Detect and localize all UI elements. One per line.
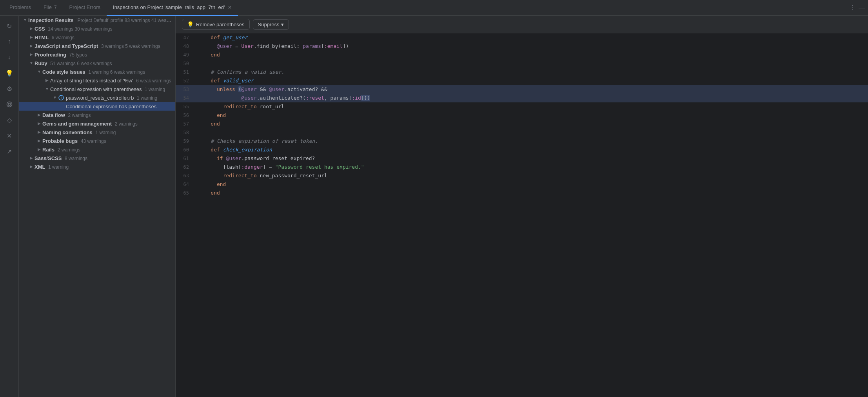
tab-file[interactable]: File 7 <box>37 0 63 16</box>
tree-arrow-probable-bugs: ▶ <box>36 138 42 144</box>
tree-item-xml[interactable]: ▶ XML 1 warning <box>19 162 175 171</box>
tree-item-rails[interactable]: ▶ Rails 2 warnings <box>19 145 175 154</box>
tree-root[interactable]: ▼ Inspection Results 'Project Default' p… <box>19 16 175 24</box>
tab-badge: 7 <box>54 5 57 10</box>
tree-item-ruby[interactable]: ▼ Ruby 51 warnings 6 weak warnings <box>19 59 175 67</box>
tab-actions: ⋮ — <box>849 4 865 11</box>
line-content: end <box>195 51 868 59</box>
array-string-label: Array of string literals instead of '%w'… <box>50 78 172 84</box>
tree-item-code-style[interactable]: ▼ Code style issues 1 warning 6 weak war… <box>19 67 175 76</box>
code-line: 59 # Checks expiration of reset token. <box>176 137 868 146</box>
line-number: 52 <box>176 76 195 85</box>
code-style-label: Code style issues 1 warning 6 weak warni… <box>42 69 172 75</box>
line-content: redirect_to root_url <box>195 102 868 111</box>
tree-item-password-file[interactable]: ▼ i password_resets_controller.rb 1 warn… <box>19 93 175 102</box>
gems-label: Gems and gem management 2 warnings <box>42 121 172 127</box>
ruby-label: Ruby 51 warnings 6 weak warnings <box>35 60 172 66</box>
code-line: 64 end <box>176 180 868 189</box>
more-icon[interactable]: ⋮ <box>849 4 855 11</box>
tree-item-gems[interactable]: ▶ Gems and gem management 2 warnings <box>19 119 175 128</box>
line-content: unless (@user && @user.activated? && <box>195 85 868 94</box>
tree-item-conditional[interactable]: ▼ Conditional expression with parenthese… <box>19 85 175 93</box>
close-panel-button[interactable]: ✕ <box>2 129 16 143</box>
tree-item-naming[interactable]: ▶ Naming conventions 1 warning <box>19 128 175 137</box>
line-content <box>195 59 868 68</box>
tree-item-cond-warning[interactable]: Conditional expression has parentheses <box>19 102 175 111</box>
line-number: 48 <box>176 42 195 51</box>
tree-arrow-sass: ▶ <box>28 155 35 161</box>
rails-label: Rails 2 warnings <box>42 147 172 153</box>
refresh-button[interactable]: ↻ <box>2 19 16 33</box>
xml-label: XML 1 warning <box>35 164 172 170</box>
tree-arrow-data-flow: ▶ <box>36 112 42 118</box>
tree-arrow-js: ▶ <box>28 43 35 49</box>
password-file-label: password_resets_controller.rb 1 warning <box>66 95 172 101</box>
code-line: 57 end <box>176 120 868 128</box>
tree-arrow-html: ▶ <box>28 34 35 40</box>
sass-label: Sass/SCSS 8 warnings <box>35 155 172 161</box>
code-line: 54 @user.authenticated?(:reset, params[:… <box>176 94 868 102</box>
fix-button[interactable]: 💡 Remove parentheses <box>182 19 250 30</box>
line-content <box>195 128 868 137</box>
tab-problems[interactable]: Problems <box>3 0 37 16</box>
close-tab-icon[interactable]: ✕ <box>228 5 232 10</box>
settings-button[interactable]: ⚙ <box>2 82 16 96</box>
tree-arrow-rails: ▶ <box>36 146 42 153</box>
tree-arrow-code-style: ▼ <box>36 69 42 75</box>
proofreading-label: Proofreading 75 typos <box>35 52 172 58</box>
code-line: 56 end <box>176 111 868 120</box>
code-line: 61 if @user.password_reset_expired? <box>176 154 868 163</box>
export-button[interactable]: ↗ <box>2 144 16 158</box>
code-line: 58 <box>176 128 868 137</box>
tree-item-html[interactable]: ▶ HTML 6 warnings <box>19 33 175 42</box>
line-number: 60 <box>176 146 195 154</box>
tree-panel: ▼ Inspection Results 'Project Default' p… <box>19 16 176 397</box>
line-number: 54 <box>176 94 195 102</box>
svg-point-1 <box>7 102 12 107</box>
tree-item-data-flow[interactable]: ▶ Data flow 2 warnings <box>19 111 175 119</box>
html-label: HTML 6 warnings <box>35 35 172 40</box>
tree-item-css[interactable]: ▶ CSS 14 warnings 30 weak warnings <box>19 24 175 33</box>
view-button[interactable] <box>2 97 16 111</box>
tab-label: Project Errors <box>69 4 100 10</box>
tree-item-sass[interactable]: ▶ Sass/SCSS 8 warnings <box>19 154 175 162</box>
svg-text:i: i <box>61 96 62 100</box>
sidebar-icons: ↻ ↑ ↓ 💡 ⚙ ◇ ✕ ↗ <box>0 16 19 397</box>
line-content: # Checks expiration of reset token. <box>195 137 868 146</box>
tab-inspections[interactable]: Inspections on Project 'sample_rails_app… <box>107 0 238 16</box>
suppress-button[interactable]: Suppress ▾ <box>253 19 289 30</box>
line-content: redirect_to new_password_reset_url <box>195 171 868 180</box>
line-number: 56 <box>176 111 195 120</box>
quick-fix-button[interactable]: 💡 <box>2 66 16 80</box>
tree-arrow-conditional: ▼ <box>44 86 50 92</box>
tree-item-probable-bugs[interactable]: ▶ Probable bugs 43 warnings <box>19 137 175 145</box>
line-number: 61 <box>176 154 195 163</box>
fix-label: Remove parentheses <box>196 22 245 27</box>
tree-item-js[interactable]: ▶ JavaScript and TypeScript 3 warnings 5… <box>19 42 175 50</box>
navigate-up-button[interactable]: ↑ <box>2 35 16 49</box>
navigate-down-button[interactable]: ↓ <box>2 50 16 64</box>
svg-point-0 <box>8 103 11 106</box>
minimize-icon[interactable]: — <box>859 4 865 11</box>
tab-label: Problems <box>9 4 31 10</box>
tree-arrow: ▼ <box>22 17 28 23</box>
tree-item-array-string[interactable]: ▶ Array of string literals instead of '%… <box>19 76 175 85</box>
tab-bar: Problems File 7 Project Errors Inspectio… <box>0 0 868 16</box>
naming-label: Naming conventions 1 warning <box>42 129 172 135</box>
code-line: 52 def valid_user <box>176 76 868 85</box>
code-view[interactable]: 47 def get_user48 @user = User.find_by(e… <box>176 33 868 397</box>
code-toolbar: 💡 Remove parentheses Suppress ▾ <box>176 16 868 33</box>
tab-label: Inspections on Project 'sample_rails_app… <box>113 4 225 10</box>
code-line: 55 redirect_to root_url <box>176 102 868 111</box>
line-number: 53 <box>176 85 195 94</box>
line-content: # Confirms a valid user. <box>195 68 868 76</box>
line-number: 50 <box>176 59 195 68</box>
code-line: 62 flash[:danger] = "Password reset has … <box>176 163 868 171</box>
diff-button[interactable]: ◇ <box>2 113 16 127</box>
suppress-label: Suppress <box>258 22 280 27</box>
tab-project-errors[interactable]: Project Errors <box>63 0 107 16</box>
tree-item-proofreading[interactable]: ▶ Proofreading 75 typos <box>19 50 175 59</box>
line-number: 55 <box>176 102 195 111</box>
line-number: 47 <box>176 33 195 42</box>
code-line: 48 @user = User.find_by(email: params[:e… <box>176 42 868 51</box>
